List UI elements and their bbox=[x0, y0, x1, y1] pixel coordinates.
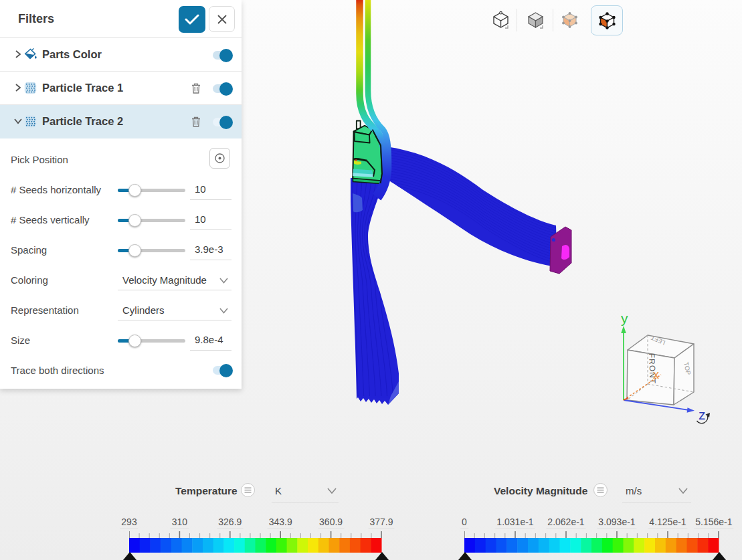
svg-text:z: z bbox=[699, 407, 706, 422]
svg-text:y: y bbox=[621, 310, 628, 326]
svg-text:x: x bbox=[653, 368, 659, 381]
